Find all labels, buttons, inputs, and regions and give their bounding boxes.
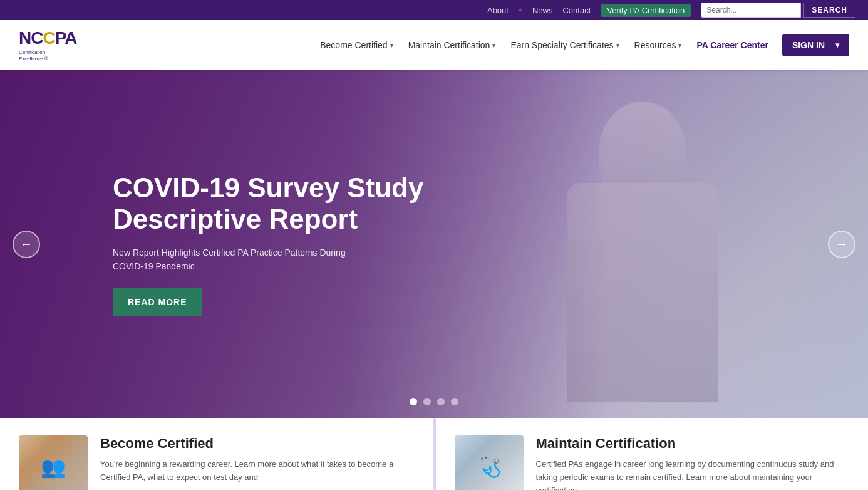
maintain-certification-card: Maintain Certification Certified PAs eng… <box>436 418 869 490</box>
bottom-cards: Become Certified You're beginning a rewa… <box>0 418 868 490</box>
arrow-right-icon: → <box>835 237 848 251</box>
nav-resources[interactable]: Resources ▾ <box>628 35 688 55</box>
hero-title: COVID-19 Survey Study Descriptive Report <box>113 172 423 236</box>
logo[interactable]: NCCPA Certification. Excellence.® <box>19 28 77 61</box>
top-bar: About ▾ News Contact Verify PA Certifica… <box>0 0 868 20</box>
become-certified-chevron-icon: ▾ <box>390 42 393 49</box>
slider-next-button[interactable]: → <box>828 231 855 258</box>
maintain-certification-text: Maintain Certification Certified PAs eng… <box>536 435 850 490</box>
arrow-left-icon: ← <box>20 237 33 251</box>
nav-links: Become Certified ▾ Maintain Certificatio… <box>314 34 849 56</box>
slider-dot-3[interactable] <box>437 398 445 405</box>
resources-chevron-icon: ▾ <box>678 42 681 49</box>
main-nav: NCCPA Certification. Excellence.® Become… <box>0 20 868 70</box>
become-certified-card-body: You're beginning a rewarding career. Lea… <box>100 458 414 484</box>
hero-section: COVID-19 Survey Study Descriptive Report… <box>0 70 868 418</box>
nav-earn-specialty[interactable]: Earn Specialty Certificates ▾ <box>504 35 625 55</box>
read-more-button[interactable]: READ MORE <box>113 288 202 316</box>
sign-in-chevron-icon: ▾ <box>830 41 839 50</box>
become-certified-text: Become Certified You're beginning a rewa… <box>100 435 414 484</box>
become-certified-card: Become Certified You're beginning a rewa… <box>0 418 433 490</box>
become-certified-card-title: Become Certified <box>100 435 414 452</box>
maintain-certification-image <box>455 435 524 490</box>
slider-dot-1[interactable] <box>410 398 417 405</box>
search-area: SEARCH <box>701 3 855 18</box>
search-button[interactable]: SEARCH <box>803 3 855 18</box>
logo-sub: Certification. Excellence.® <box>19 50 77 61</box>
nav-pa-career[interactable]: PA Career Center <box>690 35 774 55</box>
slider-dot-2[interactable] <box>423 398 431 405</box>
slider-dots <box>410 398 458 405</box>
slider-dot-4[interactable] <box>451 398 458 405</box>
about-link[interactable]: About <box>487 6 509 15</box>
sign-in-button[interactable]: SIGN IN ▾ <box>782 34 849 56</box>
slider-prev-button[interactable]: ← <box>13 231 40 258</box>
become-certified-image <box>19 435 88 490</box>
nav-become-certified[interactable]: Become Certified ▾ <box>314 35 399 55</box>
search-input[interactable] <box>701 3 801 18</box>
maintain-cert-chevron-icon: ▾ <box>492 42 495 49</box>
earn-specialty-chevron-icon: ▾ <box>616 42 619 49</box>
nav-maintain-certification[interactable]: Maintain Certification ▾ <box>402 35 502 55</box>
verify-pa-button[interactable]: Verify PA Certification <box>601 4 691 17</box>
maintain-certification-card-title: Maintain Certification <box>536 435 850 452</box>
hero-subtitle: New Report Highlights Certified PA Pract… <box>113 246 351 274</box>
contact-link[interactable]: Contact <box>562 6 591 15</box>
hero-content: COVID-19 Survey Study Descriptive Report… <box>113 172 423 316</box>
news-link[interactable]: News <box>532 6 553 15</box>
logo-text: NCCPA <box>19 28 77 48</box>
maintain-certification-card-body: Certified PAs engage in career long lear… <box>536 458 850 490</box>
